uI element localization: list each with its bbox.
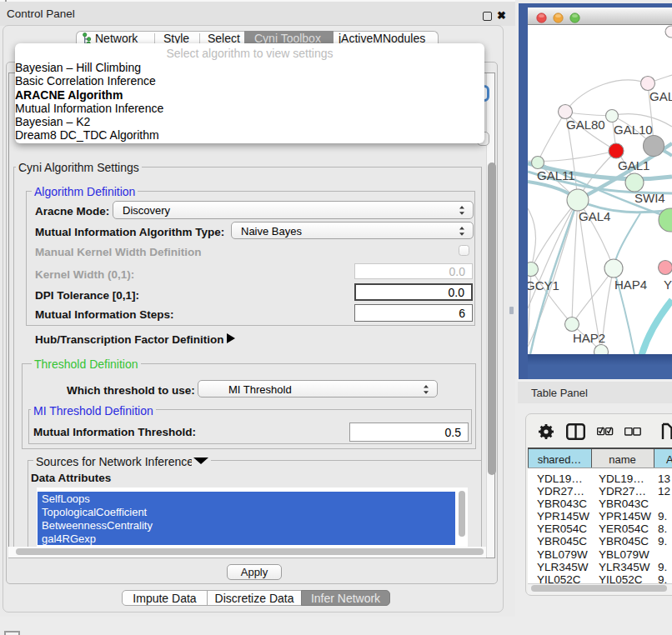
- svg-text:HAP2: HAP2: [573, 331, 605, 345]
- svg-text:GAL1: GAL1: [618, 158, 649, 172]
- svg-text:SWI4: SWI4: [634, 191, 665, 205]
- svg-text:GAL7: GAL7: [649, 89, 672, 103]
- svg-text:YB: YB: [664, 278, 672, 292]
- svg-text:GAL11: GAL11: [537, 168, 575, 182]
- svg-text:GAL4: GAL4: [579, 209, 610, 223]
- svg-text:GCY1: GCY1: [528, 278, 559, 292]
- svg-text:GAL10: GAL10: [614, 122, 653, 137]
- svg-text:HAP4: HAP4: [614, 278, 647, 292]
- svg-text:GAL80: GAL80: [566, 118, 605, 132]
